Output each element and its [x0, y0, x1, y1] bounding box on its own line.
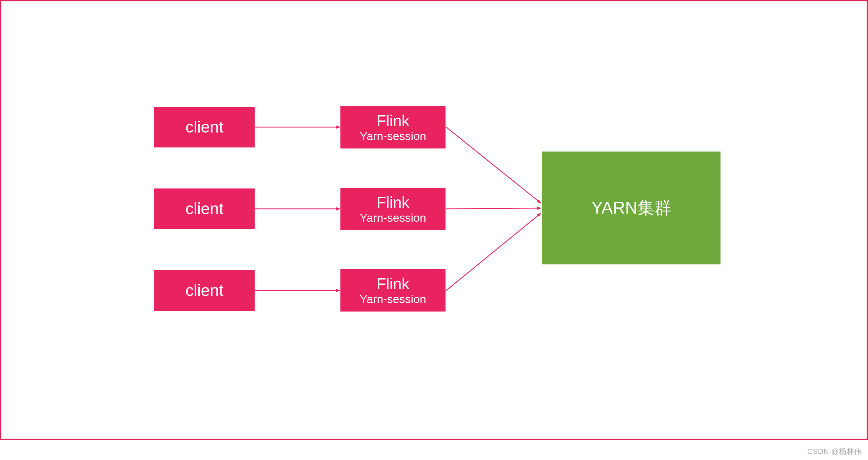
- flink-subtitle: Yarn-session: [360, 293, 426, 306]
- flink-title: Flink: [376, 275, 409, 293]
- client-box-3: client: [154, 270, 255, 311]
- flink-subtitle: Yarn-session: [360, 211, 426, 224]
- client-box-2: client: [154, 188, 255, 229]
- client-label: client: [185, 281, 223, 300]
- diagram-frame: client client client Flink Yarn-session …: [0, 0, 868, 440]
- arrow-flink2-yarn: [446, 208, 541, 209]
- flink-box-2: Flink Yarn-session: [340, 188, 446, 230]
- flink-title: Flink: [376, 112, 409, 130]
- yarn-cluster-label: YARN集群: [591, 198, 671, 218]
- arrow-flink1-yarn: [446, 127, 541, 203]
- watermark: CSDN @杨林伟: [807, 446, 862, 457]
- flink-subtitle: Yarn-session: [360, 129, 426, 143]
- arrow-flink3-yarn: [446, 213, 541, 291]
- client-label: client: [185, 199, 223, 218]
- client-label: client: [185, 118, 223, 136]
- client-box-1: client: [154, 107, 255, 147]
- flink-box-1: Flink Yarn-session: [340, 106, 446, 148]
- yarn-cluster-box: YARN集群: [542, 152, 721, 264]
- flink-title: Flink: [376, 194, 409, 212]
- flink-box-3: Flink Yarn-session: [340, 269, 446, 312]
